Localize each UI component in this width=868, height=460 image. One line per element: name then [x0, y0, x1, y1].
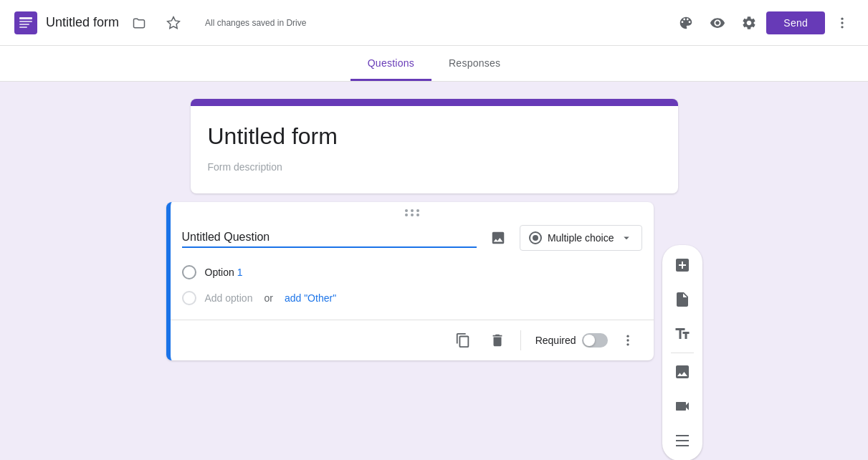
header-right: Send	[672, 9, 857, 37]
tabs-bar: Questions Responses	[0, 46, 868, 82]
dropdown-chevron-icon	[620, 231, 633, 244]
palette-button[interactable]	[672, 9, 700, 37]
save-status: All changes saved in Drive	[205, 18, 306, 28]
svg-marker-5	[168, 16, 180, 28]
toggle-knob	[583, 335, 595, 346]
question-header: Multiple choice	[171, 219, 654, 259]
add-question-tool-button[interactable]	[665, 248, 700, 282]
header-left: Untitled form All changes saved in Drive	[11, 9, 672, 37]
svg-point-6	[841, 17, 843, 19]
required-toggle-wrapper[interactable]	[582, 333, 608, 348]
question-footer: Required	[171, 320, 654, 360]
svg-rect-4	[19, 27, 27, 28]
question-input[interactable]	[182, 228, 477, 248]
form-title-header: Untitled form	[46, 15, 119, 30]
sidebar-tools	[662, 245, 702, 460]
required-label: Required	[535, 335, 576, 346]
add-image-tool-button[interactable]	[665, 355, 700, 389]
add-other-link[interactable]: add "Other"	[285, 292, 336, 304]
app-header: Untitled form All changes saved in Drive	[0, 0, 868, 46]
form-title-card: Untitled form Form description	[191, 99, 678, 193]
add-radio-circle	[182, 291, 196, 305]
form-main-title[interactable]: Untitled form	[208, 123, 661, 150]
import-questions-tool-button[interactable]	[665, 282, 700, 317]
or-separator: or	[264, 292, 272, 304]
question-type-dropdown[interactable]: Multiple choice	[520, 225, 642, 251]
question-card: Multiple choice Option 1 Add option or a…	[166, 202, 654, 360]
svg-point-15	[626, 335, 629, 337]
svg-point-7	[841, 21, 843, 24]
svg-point-11	[416, 209, 419, 212]
more-options-button[interactable]	[828, 9, 857, 37]
svg-point-14	[416, 214, 419, 216]
sidebar-divider	[671, 353, 694, 353]
question-card-wrapper: Multiple choice Option 1 Add option or a…	[166, 202, 702, 460]
radio-type-icon	[529, 231, 542, 244]
option-label: Option 1	[205, 267, 243, 278]
svg-point-10	[411, 209, 414, 212]
add-video-tool-button[interactable]	[665, 389, 700, 423]
svg-point-8	[841, 26, 843, 28]
options-area: Option 1 Add option or add "Other"	[171, 259, 654, 320]
footer-divider	[520, 330, 521, 350]
preview-button[interactable]	[703, 9, 732, 37]
svg-rect-2	[19, 21, 32, 22]
svg-rect-0	[14, 11, 37, 34]
radio-circle	[182, 265, 196, 279]
settings-button[interactable]	[735, 9, 763, 37]
add-option-row: Add option or add "Other"	[182, 285, 642, 311]
app-icon	[11, 9, 40, 37]
svg-point-12	[405, 214, 408, 216]
svg-point-9	[405, 209, 408, 212]
delete-question-button[interactable]	[483, 326, 512, 355]
main-content: Untitled form Form description	[0, 82, 868, 460]
svg-point-16	[626, 339, 629, 341]
svg-rect-3	[19, 24, 29, 25]
add-section-tool-button[interactable]	[665, 423, 700, 458]
add-option-text[interactable]: Add option	[205, 292, 253, 304]
required-toggle[interactable]	[582, 333, 608, 348]
duplicate-question-button[interactable]	[449, 326, 477, 355]
type-label: Multiple choice	[548, 232, 614, 244]
question-more-button[interactable]	[614, 326, 642, 355]
tab-questions[interactable]: Questions	[350, 46, 431, 81]
svg-rect-1	[19, 17, 32, 19]
folder-button[interactable]	[125, 9, 153, 37]
form-description[interactable]: Form description	[208, 155, 661, 176]
tab-responses[interactable]: Responses	[431, 46, 518, 81]
star-button[interactable]	[159, 9, 188, 37]
add-image-to-question-button[interactable]	[485, 225, 511, 251]
drag-handle[interactable]	[171, 202, 654, 219]
send-button[interactable]: Send	[766, 11, 825, 34]
option-row: Option 1	[182, 259, 642, 285]
add-title-tool-button[interactable]	[665, 317, 700, 351]
svg-point-17	[626, 343, 629, 345]
svg-point-13	[411, 214, 414, 216]
